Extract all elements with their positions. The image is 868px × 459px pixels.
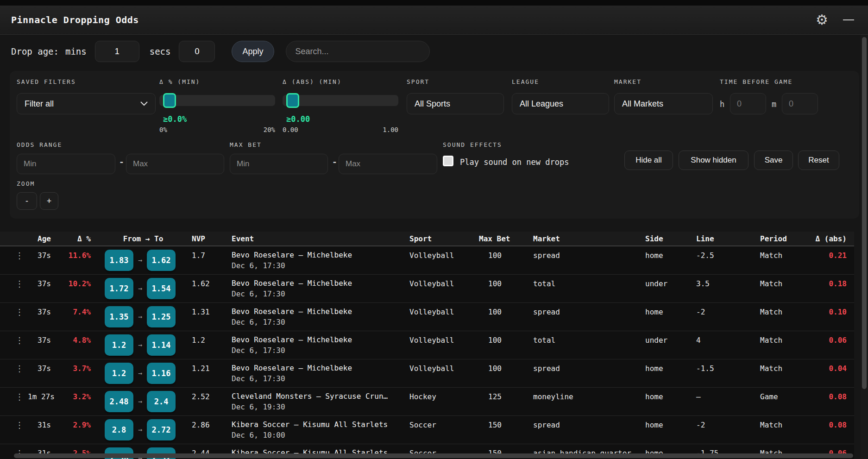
mins-input[interactable] xyxy=(95,41,139,62)
horizontal-scrollbar-thumb[interactable] xyxy=(14,453,853,458)
row-menu-icon[interactable]: ⋮ xyxy=(11,388,28,415)
delta-abs-min: 0.00 xyxy=(283,126,298,133)
reset-button[interactable]: Reset xyxy=(798,151,839,170)
delta-pct-slider[interactable] xyxy=(159,95,275,106)
table-row[interactable]: ⋮ 31s 2.9% 2.8 → 2.72 2.86 Kibera Soccer… xyxy=(0,416,854,444)
delta-pct-label: Δ % (MIN) xyxy=(159,78,200,85)
delta-abs-slider-handle[interactable] xyxy=(286,93,299,108)
arrow-right-icon: → xyxy=(138,397,142,406)
odds-to-box[interactable]: 2.72 xyxy=(147,419,176,440)
row-market: total xyxy=(521,331,632,359)
saved-filters-select[interactable]: Filter all xyxy=(17,93,156,114)
row-delta-abs: 0.08 xyxy=(807,416,847,444)
col-header-event: Event xyxy=(220,234,409,243)
hide-all-button[interactable]: Hide all xyxy=(624,151,673,170)
secs-input[interactable] xyxy=(179,41,215,62)
odds-from-box[interactable]: 1.35 xyxy=(105,306,133,327)
delta-pct-min: 0% xyxy=(159,126,167,133)
odds-from-box[interactable]: 2.48 xyxy=(105,391,133,412)
arrow-right-icon: → xyxy=(138,313,142,321)
max-bet-max-input[interactable] xyxy=(339,154,437,174)
max-bet-min-input[interactable] xyxy=(230,154,328,174)
row-event: Bevo Roeselare — Michelbeke Dec 6, 17:30 xyxy=(220,275,409,302)
show-hidden-button[interactable]: Show hidden xyxy=(679,151,748,170)
col-header-line: Line xyxy=(683,234,747,243)
table-row[interactable]: ⋮ 37s 11.6% 1.83 → 1.62 1.7 Bevo Roesela… xyxy=(0,246,854,275)
row-period: Match xyxy=(747,359,807,387)
row-line: 3.5 xyxy=(683,275,747,302)
row-event-date: Dec 6, 17:30 xyxy=(232,261,409,270)
odds-from-box[interactable]: 2.8 xyxy=(105,419,133,440)
minimize-icon[interactable] xyxy=(843,19,854,20)
odds-from-box[interactable]: 1.83 xyxy=(105,250,133,271)
row-delta-abs: 0.06 xyxy=(807,331,847,359)
table-row[interactable]: ⋮ 37s 7.4% 1.35 → 1.25 1.31 Bevo Roesela… xyxy=(0,303,854,331)
odds-from-box[interactable]: 1.72 xyxy=(105,278,133,299)
saved-filters-value: Filter all xyxy=(25,99,54,109)
vertical-scrollbar-thumb[interactable] xyxy=(862,37,867,389)
arrow-right-icon: → xyxy=(138,426,142,434)
odds-to-box[interactable]: 1.16 xyxy=(147,363,176,384)
sport-label: SPORT xyxy=(407,78,429,85)
row-age: 37s xyxy=(28,359,56,387)
league-label: LEAGUE xyxy=(512,78,539,85)
row-period: Match xyxy=(747,416,807,444)
row-menu-icon[interactable]: ⋮ xyxy=(11,246,28,274)
zoom-in-button[interactable]: + xyxy=(40,192,58,210)
hours-input[interactable] xyxy=(730,93,766,114)
apply-button[interactable]: Apply xyxy=(232,41,274,62)
row-nvp: 2.86 xyxy=(192,416,220,444)
chevron-down-icon xyxy=(140,101,148,106)
delta-pct-slider-handle[interactable] xyxy=(163,93,176,108)
table-row[interactable]: ⋮ 1m 27s 3.2% 2.48 → 2.4 2.52 Cleveland … xyxy=(0,388,854,416)
odds-from-box[interactable]: 1.2 xyxy=(105,363,133,384)
odds-to-box[interactable]: 1.25 xyxy=(147,306,176,327)
league-select[interactable]: All Leagues xyxy=(512,93,609,114)
odds-to-box[interactable]: 2.4 xyxy=(147,391,176,412)
delta-abs-current: ≥0.00 xyxy=(286,114,310,124)
odds-to-box[interactable]: 1.54 xyxy=(147,278,176,299)
row-line: -1.5 xyxy=(683,359,747,387)
settings-gear-icon[interactable]: ⚙ xyxy=(816,13,828,27)
delta-abs-slider[interactable] xyxy=(283,95,398,106)
sport-select[interactable]: All Sports xyxy=(407,93,504,114)
table-row[interactable]: ⋮ 37s 3.7% 1.2 → 1.16 1.21 Bevo Roeselar… xyxy=(0,359,854,388)
row-side: under xyxy=(632,275,683,302)
arrow-right-icon: → xyxy=(138,256,142,264)
minutes-input[interactable] xyxy=(782,93,818,114)
table-row[interactable]: ⋮ 37s 10.2% 1.72 → 1.54 1.62 Bevo Roesel… xyxy=(0,275,854,303)
row-delta-abs: 0.21 xyxy=(807,246,847,274)
minutes-label: m xyxy=(772,100,776,109)
odds-to-box[interactable]: 1.14 xyxy=(147,334,176,356)
row-period: Game xyxy=(747,388,807,415)
row-event-date: Dec 6, 17:30 xyxy=(232,374,409,383)
row-delta-abs: 0.10 xyxy=(807,303,847,331)
row-menu-icon[interactable]: ⋮ xyxy=(11,303,28,331)
row-line: -2.5 xyxy=(683,246,747,274)
table-row[interactable]: ⋮ 37s 4.8% 1.2 → 1.14 1.2 Bevo Roeselare… xyxy=(0,331,854,359)
row-menu-icon[interactable]: ⋮ xyxy=(11,331,28,359)
row-side: under xyxy=(632,331,683,359)
search-input[interactable] xyxy=(286,41,430,62)
row-market: spread xyxy=(521,303,632,331)
max-bet-separator: - xyxy=(332,157,337,167)
row-menu-icon[interactable]: ⋮ xyxy=(11,359,28,387)
row-from-to: 2.8 → 2.72 xyxy=(94,416,192,444)
title-bar: Pinnacle Dropping Odds ⚙ xyxy=(0,6,868,35)
row-event-name: Bevo Roeselare — Michelbeke xyxy=(232,335,409,345)
odds-range-max-input[interactable] xyxy=(126,154,224,174)
drop-age-toolbar: Drop age: mins secs Apply xyxy=(11,41,430,62)
odds-from-box[interactable]: 1.2 xyxy=(105,334,133,356)
odds-range-min-input[interactable] xyxy=(17,154,115,174)
row-event: Bevo Roeselare — Michelbeke Dec 6, 17:30 xyxy=(220,303,409,331)
market-select[interactable]: All Markets xyxy=(614,93,713,114)
save-button[interactable]: Save xyxy=(754,151,793,170)
row-menu-icon[interactable]: ⋮ xyxy=(11,416,28,444)
play-sound-checkbox[interactable] xyxy=(443,156,453,166)
odds-to-box[interactable]: 1.62 xyxy=(147,250,176,271)
zoom-out-button[interactable]: - xyxy=(17,192,37,210)
row-menu-icon[interactable]: ⋮ xyxy=(11,275,28,302)
row-line: -2 xyxy=(683,303,747,331)
row-delta-pct: 2.9% xyxy=(56,416,94,444)
row-period: Match xyxy=(747,275,807,302)
